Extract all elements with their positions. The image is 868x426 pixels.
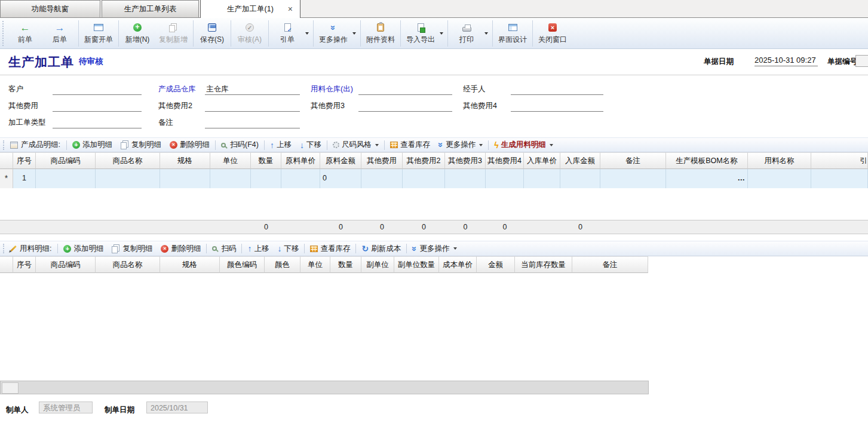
grid-cell[interactable] — [210, 169, 251, 188]
next-doc-button[interactable]: → 后单 — [42, 19, 77, 48]
ui-design-button[interactable]: 界面设计 — [494, 19, 531, 48]
column-header[interactable]: 商品名称 — [96, 256, 160, 273]
grid-cell[interactable]: 1 — [13, 169, 36, 188]
column-header[interactable]: 金额 — [477, 256, 515, 273]
grid-cell[interactable] — [811, 169, 868, 188]
grid-cell[interactable] — [36, 169, 96, 188]
add-detail-button[interactable]: +添加明细 — [59, 243, 108, 255]
column-header[interactable]: 入库金额 — [560, 152, 600, 169]
product-grid-row[interactable]: *10… — [0, 169, 868, 188]
grid-cell[interactable] — [445, 169, 486, 188]
column-header[interactable]: 副单位 — [361, 256, 394, 273]
column-header[interactable]: 颜色 — [265, 256, 300, 273]
delete-detail-button[interactable]: ×删除明细 — [157, 243, 205, 255]
grid-cell[interactable] — [281, 169, 320, 188]
copy-new-button[interactable]: 复制新增 — [155, 19, 192, 48]
fee2-field[interactable] — [205, 100, 300, 112]
grid-cell[interactable]: 0 — [320, 169, 361, 188]
copy-detail-button[interactable]: 复制明细 — [116, 139, 165, 151]
column-header[interactable]: 规格 — [160, 256, 220, 273]
column-header[interactable]: 原料金额 — [320, 152, 361, 169]
grid-cell[interactable] — [403, 169, 445, 188]
save-button[interactable]: 保存(S) — [195, 19, 229, 48]
tab-order-active[interactable]: 生产加工单(1) × — [200, 0, 300, 18]
fee1-field[interactable] — [53, 100, 142, 112]
material-warehouse-field[interactable] — [358, 84, 452, 95]
fee4-field[interactable] — [511, 100, 603, 112]
column-header[interactable]: 成本单价 — [439, 256, 477, 273]
attachments-button[interactable]: 附件资料 — [362, 19, 399, 48]
add-detail-button[interactable]: +添加明细 — [68, 139, 116, 151]
column-header[interactable]: 商品编码 — [36, 152, 96, 169]
column-header[interactable]: 入库单价 — [524, 152, 560, 169]
more-actions-button[interactable]: » 更多操作 — [315, 19, 352, 48]
order-type-field[interactable] — [53, 117, 142, 128]
move-up-button[interactable]: ↑上移 — [243, 243, 273, 255]
audit-button[interactable]: ✓ 审核(A) — [232, 19, 267, 48]
view-stock-button[interactable]: 查看库存 — [306, 243, 354, 255]
print-button[interactable]: 打印 — [449, 19, 484, 48]
ellipsis-button[interactable]: … — [738, 169, 746, 188]
tab-close-icon[interactable]: × — [288, 0, 293, 18]
new-window-button[interactable]: 新窗开单 — [80, 19, 117, 48]
column-header[interactable]: 序号 — [13, 256, 36, 273]
column-header[interactable]: 备注 — [572, 256, 648, 273]
import-export-button[interactable]: 导入导出 — [402, 19, 439, 48]
grid-cell[interactable] — [560, 169, 600, 188]
row-selector[interactable]: * — [0, 169, 13, 188]
column-header[interactable]: 原料单价 — [281, 152, 320, 169]
column-header[interactable]: 当前库存数量 — [515, 256, 572, 273]
move-down-button[interactable]: ↓下移 — [273, 243, 303, 255]
handler-field[interactable] — [511, 84, 603, 95]
size-style-button[interactable]: 尺码风格 — [329, 139, 383, 151]
tab-order-list[interactable]: 生产加工单列表 — [102, 0, 199, 17]
column-header[interactable]: 颜色编码 — [220, 256, 265, 273]
dropdown-arrow-icon[interactable] — [305, 32, 309, 35]
grid-cell[interactable] — [361, 169, 403, 188]
close-window-button[interactable]: × 关闭窗口 — [534, 19, 571, 48]
more-actions-button[interactable]: »更多操作 — [434, 139, 487, 151]
grid-cell[interactable]: … — [666, 169, 748, 188]
column-header[interactable]: 用料名称 — [748, 152, 811, 169]
delete-detail-button[interactable]: ×删除明细 — [165, 139, 214, 151]
add-button[interactable]: + 新增(N) — [120, 19, 155, 48]
grid-cell[interactable] — [486, 169, 524, 188]
column-header[interactable]: 其他费用3 — [445, 152, 486, 169]
dropdown-arrow-icon[interactable] — [484, 32, 488, 35]
column-header[interactable]: 商品名称 — [96, 152, 160, 169]
column-header[interactable]: 序号 — [13, 152, 36, 169]
remark-field[interactable] — [205, 117, 300, 128]
horizontal-scrollbar[interactable] — [0, 381, 649, 394]
column-header[interactable]: 数量 — [330, 256, 361, 273]
copy-detail-button[interactable]: 复制明细 — [108, 243, 157, 255]
grid-cell[interactable] — [160, 169, 210, 188]
view-stock-button[interactable]: 查看库存 — [386, 139, 434, 151]
column-header[interactable]: 其他费用 — [361, 152, 403, 169]
doc-no-field[interactable] — [855, 55, 868, 67]
customer-field[interactable] — [53, 84, 142, 95]
generate-material-button[interactable]: ϟ生成用料明细 — [490, 139, 557, 151]
prev-doc-button[interactable]: ← 前单 — [8, 19, 42, 48]
move-up-button[interactable]: ↑上移 — [266, 139, 296, 151]
column-header[interactable]: 备注 — [600, 152, 666, 169]
dropdown-arrow-icon[interactable] — [352, 32, 356, 35]
refer-doc-button[interactable]: 引单 — [270, 19, 305, 48]
column-header[interactable]: 引 — [811, 152, 868, 169]
grid-cell[interactable] — [96, 169, 160, 188]
fee3-field[interactable] — [358, 100, 452, 112]
column-header[interactable]: 单位 — [210, 152, 251, 169]
move-down-button[interactable]: ↓下移 — [296, 139, 326, 151]
tab-function-nav[interactable]: 功能导航窗 — [0, 0, 100, 17]
doc-date-field[interactable]: 2025-10-31 09:27 — [754, 54, 818, 66]
more-actions-button[interactable]: »更多操作 — [408, 243, 461, 255]
scrollbar-thumb[interactable] — [2, 382, 19, 394]
column-header[interactable]: 数量 — [251, 152, 281, 169]
refresh-cost-button[interactable]: ↻刷新成本 — [357, 243, 405, 255]
grid-cell[interactable] — [251, 169, 281, 188]
dropdown-arrow-icon[interactable] — [440, 32, 443, 35]
grid-cell[interactable] — [600, 169, 666, 188]
column-header[interactable]: 副单位数量 — [394, 256, 439, 273]
column-header[interactable]: 商品编码 — [36, 256, 96, 273]
grid-cell[interactable] — [748, 169, 811, 188]
column-header[interactable]: 规格 — [160, 152, 210, 169]
